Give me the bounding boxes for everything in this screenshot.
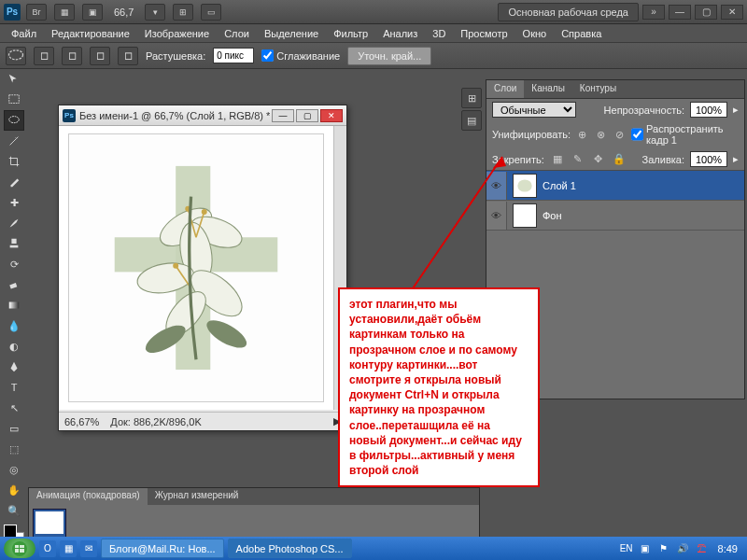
tray-icon[interactable]: ▣ [638,541,653,556]
dodge-tool[interactable]: ◐ [4,336,24,357]
selection-intersect-icon[interactable]: ◻ [118,47,138,65]
workspace-switcher[interactable]: Основная рабочая среда [498,3,639,21]
menu-view[interactable]: Просмотр [455,26,513,41]
zoom-tool[interactable]: 🔍 [4,500,24,521]
unify-label: Унифицировать: [492,129,571,140]
maximize-button[interactable]: ▢ [695,5,717,20]
opacity-arrow-icon[interactable]: ▸ [733,104,739,116]
doc-close[interactable]: ✕ [320,109,343,122]
healing-tool[interactable]: ✚ [4,192,24,213]
start-button[interactable] [4,539,35,558]
antialias-checkbox[interactable]: Сглаживание [261,49,340,62]
taskbar-task[interactable]: Adobe Photoshop CS... [228,539,352,558]
quicklaunch-item[interactable]: ✉ [80,540,97,557]
lock-image-icon[interactable]: ✎ [571,152,585,167]
tray-icon[interactable]: 🔊 [675,541,690,556]
selection-sub-icon[interactable]: ◻ [90,47,110,65]
lasso-tool[interactable] [4,110,24,131]
close-button[interactable]: ✕ [721,5,743,20]
history-panel-icon[interactable]: ⊞ [461,88,482,108]
menu-analysis[interactable]: Анализ [377,26,423,41]
path-tool[interactable]: ↖ [4,398,24,418]
selection-new-icon[interactable]: ◻ [34,47,54,65]
wand-tool[interactable] [4,131,24,151]
feather-input[interactable] [213,48,254,63]
opacity-input[interactable] [690,102,727,118]
document-titlebar[interactable]: Ps Без имени-1 @ 66,7% (Слой 1, RGB/8) *… [59,105,346,126]
zoom-dropdown[interactable]: ▾ [145,4,165,21]
menu-select[interactable]: Выделение [259,26,324,41]
clock[interactable]: 8:49 [712,543,743,554]
tab-animation[interactable]: Анимация (покадровая) [29,488,148,505]
menu-edit[interactable]: Редактирование [46,26,135,41]
doc-minimize[interactable]: — [272,109,294,122]
gradient-tool[interactable] [4,295,24,315]
visibility-icon[interactable]: 👁 [486,202,507,230]
menu-help[interactable]: Справка [556,26,607,41]
stamp-tool[interactable] [4,233,24,254]
minimize-button[interactable]: — [669,5,691,20]
bridge-icon[interactable]: Br [26,4,47,21]
refine-edge-button[interactable]: Уточн. край... [347,47,431,65]
svg-point-16 [203,210,206,214]
tab-paths[interactable]: Контуры [572,80,624,98]
lasso-tool-preset[interactable] [6,47,26,65]
menu-filter[interactable]: Фильтр [328,26,374,41]
arrange-icon[interactable]: ⊞ [173,4,193,21]
quicklaunch-item[interactable]: ▦ [60,540,77,557]
menu-file[interactable]: Файл [6,26,42,41]
layer-row[interactable]: 👁 Фон [486,201,744,231]
layer-thumbnail[interactable] [513,174,537,198]
menu-layers[interactable]: Слои [218,26,255,41]
shape-tool[interactable]: ▭ [4,418,24,439]
3d-tool[interactable]: ⬚ [4,439,24,459]
tab-channels[interactable]: Каналы [524,80,572,98]
lock-position-icon[interactable]: ✥ [591,152,606,167]
propagate-checkbox[interactable]: Распространить кадр 1 [631,123,739,146]
selection-add-icon[interactable]: ◻ [62,47,82,65]
layer-row[interactable]: 👁 Слой 1 [486,171,744,201]
workspace-more[interactable]: » [642,5,665,20]
layer-thumbnail[interactable] [513,203,537,228]
language-indicator[interactable]: EN [619,541,634,556]
layer-name[interactable]: Слой 1 [543,180,576,191]
hand-tool[interactable]: ✋ [4,480,24,500]
visibility-icon[interactable]: 👁 [486,172,507,200]
unify-style-icon[interactable]: ⊘ [613,127,626,142]
antivirus-icon[interactable]: ⛱ [694,541,709,556]
history-brush-tool[interactable]: ⟳ [4,254,24,274]
mini-bridge-icon[interactable]: ▦ [54,4,75,21]
blur-tool[interactable]: 💧 [4,315,24,336]
actions-panel-icon[interactable]: ▤ [461,110,482,131]
blend-mode-select[interactable]: Обычные [492,102,576,118]
doc-zoom-value[interactable]: 66,67% [64,416,99,427]
type-tool[interactable]: T [4,377,24,398]
layer-name[interactable]: Фон [543,210,562,221]
doc-maximize[interactable]: ▢ [296,109,318,122]
tab-layers[interactable]: Слои [486,80,524,98]
unify-visibility-icon[interactable]: ⊗ [595,127,608,142]
menu-image[interactable]: Изображение [139,26,215,41]
lock-transparent-icon[interactable]: ▦ [550,152,565,167]
quicklaunch-opera-icon[interactable]: O [39,540,56,557]
menu-3d[interactable]: 3D [427,26,451,41]
screen-mode-icon[interactable]: ▭ [201,4,221,21]
tab-measurement-log[interactable]: Журнал измерений [148,488,247,505]
tray-icon[interactable]: ⚑ [656,541,671,556]
fill-arrow-icon[interactable]: ▸ [733,153,739,165]
eyedropper-tool[interactable] [4,172,24,192]
crop-tool[interactable] [4,151,24,172]
fill-input[interactable] [690,151,727,167]
marquee-tool[interactable] [4,90,24,110]
pen-tool[interactable] [4,357,24,377]
view-extras-icon[interactable]: ▣ [82,4,103,21]
lock-all-icon[interactable]: 🔒 [612,152,627,167]
3d-camera-tool[interactable]: ◎ [4,459,24,480]
brush-tool[interactable] [4,213,24,233]
menu-window[interactable]: Окно [517,26,553,41]
move-tool[interactable] [4,69,24,90]
taskbar-task[interactable]: Блоги@Mail.Ru: Нов... [101,539,224,558]
unify-position-icon[interactable]: ⊕ [576,127,589,142]
eraser-tool[interactable] [4,274,24,295]
document-canvas[interactable] [59,126,333,410]
